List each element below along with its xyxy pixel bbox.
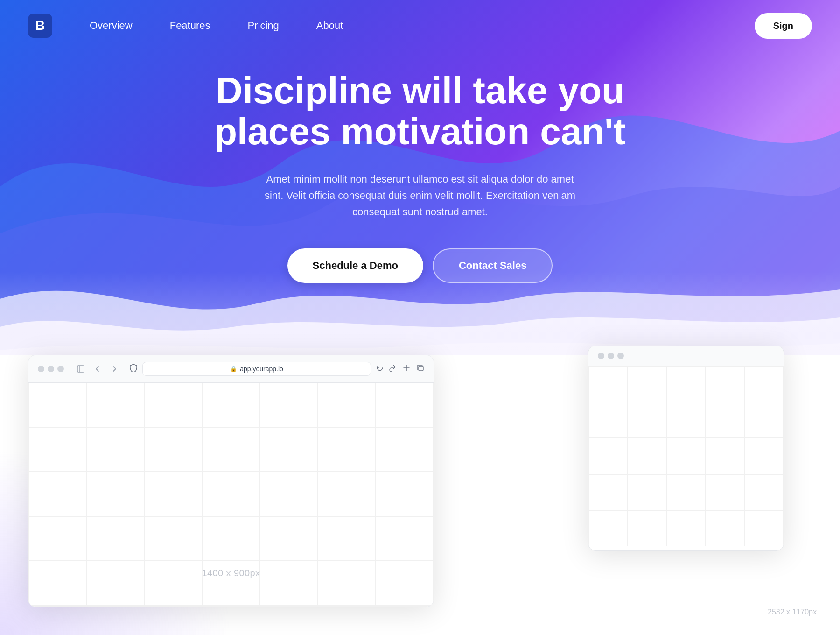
grid-cell-small xyxy=(628,474,667,510)
grid-cell-small xyxy=(744,402,784,438)
grid-cell xyxy=(318,472,376,516)
grid-cell-small xyxy=(628,366,667,402)
grid-cell xyxy=(28,427,86,472)
nav-about[interactable]: About xyxy=(316,20,343,32)
grid-cell xyxy=(144,516,202,561)
grid-cell-small xyxy=(666,438,706,474)
grid-cell xyxy=(86,516,144,561)
grid-cell-small xyxy=(666,402,706,438)
grid-cell xyxy=(260,516,318,561)
grid-cell xyxy=(318,516,376,561)
share-icon[interactable] xyxy=(389,364,396,374)
browser-mockup-small xyxy=(588,346,784,551)
browser-dots xyxy=(38,366,64,372)
grid-cell-small xyxy=(706,474,745,510)
grid-cell xyxy=(376,472,434,516)
grid-cell xyxy=(202,383,260,427)
grid-cell xyxy=(376,427,434,472)
hero-buttons: Schedule a Demo Contact Sales xyxy=(9,248,831,283)
grid-cell xyxy=(144,561,202,605)
dot-small-1 xyxy=(598,353,604,359)
grid-cell-small xyxy=(588,438,628,474)
sidebar-icon[interactable] xyxy=(74,362,87,375)
grid-cell-small xyxy=(628,438,667,474)
browser-dots-small xyxy=(598,353,624,359)
signup-button[interactable]: Sign xyxy=(755,13,812,39)
grid-cell xyxy=(28,516,86,561)
grid-cell xyxy=(28,383,86,427)
grid-cell xyxy=(86,561,144,605)
grid-cell-small xyxy=(706,402,745,438)
logo: B xyxy=(28,14,52,38)
mockup-size-label-large: 1400 x 900px xyxy=(202,568,260,579)
grid-cell-small xyxy=(628,510,667,546)
grid-cell-small xyxy=(628,402,667,438)
contact-sales-button[interactable]: Contact Sales xyxy=(433,248,553,283)
nav-links: Overview Features Pricing About xyxy=(90,20,755,32)
grid-cell xyxy=(376,561,434,605)
svg-rect-4 xyxy=(419,366,423,371)
grid-cell xyxy=(376,383,434,427)
grid-cell xyxy=(202,427,260,472)
grid-cell xyxy=(318,606,376,607)
grid-cell-small xyxy=(666,510,706,546)
nav-pricing[interactable]: Pricing xyxy=(248,20,279,32)
grid-cell xyxy=(28,606,86,607)
grid-cell xyxy=(144,606,202,607)
grid-cell xyxy=(202,606,260,607)
grid-cell xyxy=(202,472,260,516)
grid-cell xyxy=(86,383,144,427)
grid-cell xyxy=(28,472,86,516)
grid-cell xyxy=(86,606,144,607)
nav-features[interactable]: Features xyxy=(170,20,210,32)
new-tab-icon[interactable] xyxy=(403,364,410,374)
browser-address-bar[interactable]: 🔒 app.yourapp.io xyxy=(142,362,371,376)
grid-cell-small xyxy=(706,366,745,402)
nav-overview[interactable]: Overview xyxy=(90,20,133,32)
grid-cell xyxy=(202,516,260,561)
browser-mockup-large: 🔒 app.yourapp.io xyxy=(28,355,434,607)
grid-cell xyxy=(144,472,202,516)
browser-toolbar-large: 🔒 app.yourapp.io xyxy=(28,355,434,383)
grid-cell-small xyxy=(666,366,706,402)
grid-cell-small xyxy=(666,474,706,510)
grid-cell xyxy=(260,472,318,516)
grid-cell xyxy=(144,383,202,427)
mockup-size-label-small: 2532 x 1170px xyxy=(768,608,817,616)
back-icon[interactable] xyxy=(91,362,104,375)
dot-gray-1 xyxy=(38,366,44,372)
forward-icon[interactable] xyxy=(108,362,121,375)
browser-actions xyxy=(389,364,424,374)
hero-subtitle: Amet minim mollit non deserunt ullamco e… xyxy=(257,171,583,220)
browser-toolbar-small xyxy=(588,346,784,366)
copy-tab-icon[interactable] xyxy=(417,364,424,374)
shield-icon xyxy=(129,364,138,374)
grid-cell xyxy=(318,561,376,605)
dot-small-2 xyxy=(608,353,614,359)
navbar: B Overview Features Pricing About Sign xyxy=(0,0,840,51)
grid-cell-small xyxy=(588,366,628,402)
grid-cell xyxy=(376,606,434,607)
schedule-demo-button[interactable]: Schedule a Demo xyxy=(287,248,423,283)
grid-cell-small xyxy=(744,438,784,474)
grid-cell xyxy=(318,383,376,427)
grid-cell-small xyxy=(588,402,628,438)
svg-rect-0 xyxy=(77,366,84,372)
lock-icon: 🔒 xyxy=(230,366,237,372)
dot-gray-2 xyxy=(48,366,54,372)
grid-cell-small xyxy=(744,366,784,402)
grid-cell xyxy=(260,561,318,605)
grid-cell-small xyxy=(744,510,784,546)
browser-content-small xyxy=(588,366,784,546)
grid-cell xyxy=(260,606,318,607)
refresh-icon[interactable] xyxy=(376,364,384,374)
hero-content: Discipline will take you places motivati… xyxy=(0,51,840,283)
grid-cell xyxy=(318,427,376,472)
grid-cell xyxy=(86,427,144,472)
hero-title: Discipline will take you places motivati… xyxy=(210,70,630,152)
grid-cell-small xyxy=(706,438,745,474)
dot-gray-3 xyxy=(57,366,64,372)
hero-section: B Overview Features Pricing About Sign D… xyxy=(0,0,840,364)
dot-small-3 xyxy=(617,353,624,359)
grid-cell-small xyxy=(588,510,628,546)
